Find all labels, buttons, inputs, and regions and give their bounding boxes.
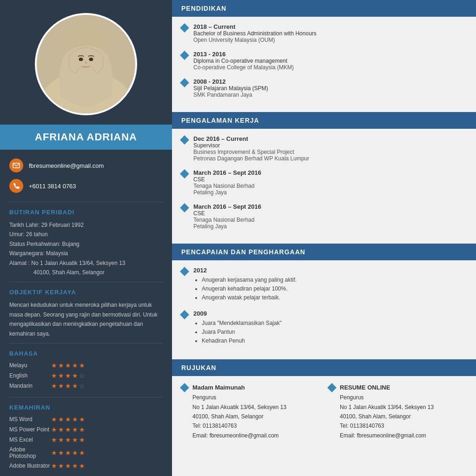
star-icon: ★: [72, 426, 78, 433]
star-icon: ★: [51, 372, 57, 379]
star-icon: ★: [79, 436, 85, 443]
star-icon: ★: [51, 426, 57, 433]
stars: ★★★★★: [51, 449, 85, 456]
rujukan-email: Email: fbresumeonline@gmail.com: [340, 431, 434, 440]
bahasa-section: BAHASA Melayu★★★★★English★★★★☆Mandarin★★…: [0, 344, 172, 397]
diamond-icon: [180, 23, 189, 33]
left-column: AFRIANA ADRIANA fbresumeonline@gmail.com…: [0, 0, 172, 476]
stars: ★★★★★: [51, 362, 85, 369]
entry-title: CSE: [193, 176, 467, 183]
entry-loc: Petaling Jaya: [193, 223, 467, 230]
rujukan-header: RUJUKAN: [172, 359, 476, 376]
phone-text: +6011 3814 0763: [29, 183, 76, 190]
dob: Tarikh Lahir: 29 Februari 1992: [9, 220, 163, 230]
star-icon: ★: [58, 426, 64, 433]
objective-title: OBJEKTIF KERJAYA: [9, 289, 163, 296]
entry-org: Tenaga Nasional Berhad: [193, 217, 467, 223]
contact-section: fbresumeonline@gmail.com +6011 3814 0763: [0, 150, 172, 202]
entry-date: 2008 - 2012: [193, 78, 467, 85]
work-entry: March 2016 – Sept 2016 CSE Tenaga Nasion…: [181, 169, 467, 196]
pendidikan-title: PENDIDIKAN: [181, 5, 467, 12]
star-icon: ★: [58, 362, 64, 369]
entry-date: March 2016 – Sept 2016: [193, 169, 467, 176]
name-bar: AFRIANA ADRIANA: [0, 125, 172, 150]
diamond-icon: [180, 267, 189, 276]
diamond-icon: [327, 383, 337, 392]
email-text: fbresumeonline@gmail.com: [29, 162, 104, 169]
entry-content: 2018 – Current Bachelor of Business Admi…: [193, 23, 467, 43]
rujukan-city: 40100, Shah Alam, Selangor: [340, 412, 434, 421]
skill-row: Adobe Photoshop★★★★★: [9, 446, 163, 459]
language-name: Melayu: [9, 362, 51, 369]
svg-point-4: [79, 58, 83, 61]
entry-title: CSE: [193, 210, 467, 217]
bullet-list: Juara "Mendeklamasikan Sajak"Juara Pantu…: [193, 319, 467, 346]
pengalaman-header: PENGALAMAN KERJA: [172, 112, 476, 129]
entry-date: 2009: [193, 310, 467, 317]
diamond-icon: [180, 78, 189, 87]
diamond-icon: [180, 51, 189, 60]
personal-title: BUTIRAN PERIBADI: [9, 209, 163, 216]
star-icon: ★: [51, 362, 57, 369]
skill-name: Adobe Illustrator: [9, 463, 51, 469]
stars: ★★★★★: [51, 436, 85, 443]
star-icon: ★: [51, 416, 57, 423]
star-icon: ★: [51, 382, 57, 390]
entry-loc: Petronas Dagangan Berhad WP Kuala Lumpur: [193, 155, 467, 162]
svg-rect-6: [13, 163, 20, 168]
diamond-icon: [180, 310, 189, 319]
entry-org: Open University Malaysia (OUM): [193, 37, 467, 43]
diamond-icon: [180, 169, 189, 178]
profile-photo-area: [0, 0, 172, 125]
star-icon: ★: [79, 416, 85, 423]
stars: ★★★★☆: [51, 382, 85, 390]
entry-org: Co-operative College of Malaysia (MKM): [193, 64, 467, 71]
star-icon: ☆: [79, 372, 85, 379]
bullet-item: Juara Pantun: [202, 328, 467, 337]
rujukan-city: 40100, Shah Alam, Selangor: [192, 412, 286, 421]
star-icon: ★: [65, 462, 71, 469]
bahasa-title: BAHASA: [9, 350, 163, 357]
entry-org: Tenaga Nasional Berhad: [193, 183, 467, 189]
right-column: PENDIDIKAN 2018 – Current Bachelor of Bu…: [172, 0, 476, 476]
objective-text: Mencari kedudukan untuk meneroka pilihan…: [9, 300, 163, 338]
star-icon: ★: [72, 382, 78, 390]
education-entry: 2018 – Current Bachelor of Business Admi…: [181, 23, 467, 43]
bullet-list: Anugerah kerjasama yang paling aktif.Anu…: [193, 276, 467, 303]
rujukan-tel: Tel: 01138140763: [340, 421, 434, 430]
entry-date: March 2016 – Sept 2016: [193, 203, 467, 210]
star-icon: ★: [58, 462, 64, 469]
rujukan-email: Email: fbresumeonline@gmail.com: [192, 431, 286, 440]
rujukan-address: No 1 Jalan Akuatik 13/64, Seksyen 13: [192, 403, 286, 412]
bullet-item: Anugerah watak pelajar terbaik.: [202, 293, 467, 302]
pengalaman-title: PENGALAMAN KERJA: [181, 117, 467, 124]
rujukan-entry: Madam Maimunah Pengurus No 1 Jalan Akuat…: [181, 383, 319, 440]
star-icon: ★: [79, 362, 85, 369]
bullet-item: Kehadiran Penuh: [202, 337, 467, 345]
language-name: English: [9, 372, 51, 379]
skill-name: MS Power Point: [9, 426, 51, 433]
address1: Alamat : No 1 Jalan Akuatik 13/64, Seksy…: [9, 258, 163, 268]
pencapaian-body: 2012 Anugerah kerjasama yang paling akti…: [172, 260, 476, 359]
entry-content: March 2016 – Sept 2016 CSE Tenaga Nasion…: [193, 203, 467, 230]
star-icon: ★: [65, 362, 71, 369]
rujukan-name: RESUME ONLINE: [340, 383, 434, 393]
rujukan-body: Madam Maimunah Pengurus No 1 Jalan Akuat…: [172, 376, 476, 447]
stars: ★★★★☆: [51, 372, 85, 379]
diamond-icon: [180, 203, 189, 212]
star-icon: ★: [72, 372, 78, 379]
entry-date: 2013 - 2016: [193, 51, 467, 58]
bullet-item: Juara "Mendeklamasikan Sajak": [202, 319, 467, 328]
language-row: Melayu★★★★★: [9, 362, 163, 369]
skill-name: MS Word: [9, 416, 51, 423]
skill-name: MS Excel: [9, 436, 51, 443]
entry-title: Sijil Pelajaran Malaysia (SPM): [193, 85, 467, 92]
age: Umur: 26 tahun: [9, 230, 163, 239]
pendidikan-body: 2018 – Current Bachelor of Business Admi…: [172, 17, 476, 112]
pencapaian-title: PENCAPAIAN DAN PENGHARGAAN: [181, 248, 467, 256]
rujukan-entry: RESUME ONLINE Pengurus No 1 Jalan Akuati…: [329, 383, 467, 440]
entry-date: 2018 – Current: [193, 23, 467, 30]
star-icon: ★: [79, 426, 85, 433]
star-icon: ★: [51, 436, 57, 443]
profile-photo: [35, 13, 137, 115]
